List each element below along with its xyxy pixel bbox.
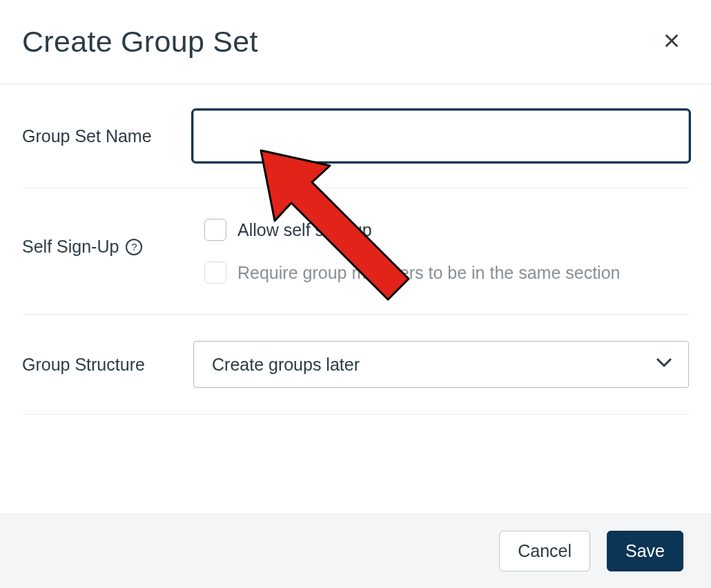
help-icon[interactable]: ?: [126, 239, 142, 255]
self-sign-up-label-wrap: Self Sign-Up ?: [22, 215, 193, 257]
checkbox-box: [204, 219, 226, 241]
cancel-button[interactable]: Cancel: [499, 531, 590, 571]
require-same-section-checkbox: Require group members to be in the same …: [204, 262, 689, 284]
group-set-name-label: Group Set Name: [22, 126, 193, 146]
group-structure-select[interactable]: Create groups later: [193, 341, 689, 388]
checkbox-box: [204, 262, 226, 284]
group-set-name-input[interactable]: [193, 110, 689, 161]
row-group-set-name: Group Set Name: [22, 84, 689, 188]
self-sign-up-options: Allow self sign-up Require group members…: [193, 215, 689, 288]
group-structure-selected: Create groups later: [212, 355, 360, 375]
close-button[interactable]: [660, 29, 683, 55]
create-group-set-modal: Create Group Set Group Set Name Self Sig…: [0, 0, 711, 588]
allow-self-sign-up-checkbox[interactable]: Allow self sign-up: [204, 219, 689, 241]
modal-header: Create Group Set: [0, 0, 711, 84]
modal-footer: Cancel Save: [0, 513, 711, 588]
close-icon: [664, 40, 679, 50]
row-self-sign-up: Self Sign-Up ? Allow self sign-up Requir…: [22, 188, 689, 315]
modal-body: Group Set Name Self Sign-Up ? Allow self…: [0, 84, 711, 513]
save-button[interactable]: Save: [607, 531, 683, 571]
modal-title: Create Group Set: [22, 25, 258, 59]
self-sign-up-label: Self Sign-Up: [22, 237, 119, 257]
row-group-structure: Group Structure Create groups later: [22, 315, 689, 415]
allow-self-sign-up-label: Allow self sign-up: [237, 220, 372, 240]
require-same-section-label: Require group members to be in the same …: [237, 263, 620, 283]
group-structure-label: Group Structure: [22, 355, 193, 375]
